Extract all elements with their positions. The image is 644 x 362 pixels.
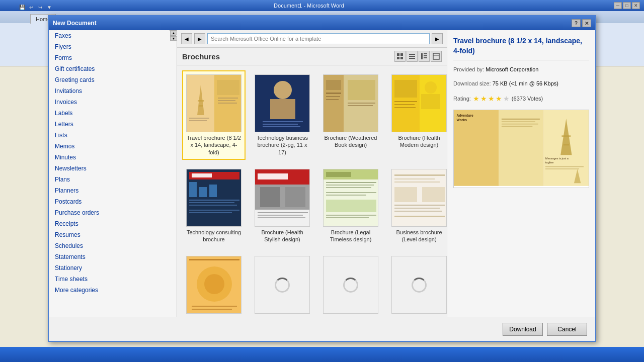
sidebar-item-stationery[interactable]: Stationery xyxy=(49,262,177,274)
close-btn[interactable]: ✕ xyxy=(632,2,640,9)
word-title-bar: 💾 ↩ ↪ ▼ Document1 - Microsoft Word ─ □ ✕ xyxy=(0,0,644,11)
template-item-professional-services[interactable]: Professional services xyxy=(319,252,382,317)
cancel-button[interactable]: Cancel xyxy=(547,323,587,336)
more-quick-btn[interactable]: ▼ xyxy=(45,3,53,11)
download-button[interactable]: Download xyxy=(503,323,543,336)
sidebar-item-memos[interactable]: Memos xyxy=(49,141,177,152)
svg-rect-107 xyxy=(502,126,532,127)
template-item-business-marketing[interactable]: Business marketing xyxy=(387,252,447,317)
minimize-btn[interactable]: ─ xyxy=(614,2,622,9)
sidebar-item-schedules[interactable]: Schedules xyxy=(49,240,177,251)
view-btn-4[interactable] xyxy=(431,51,442,62)
template-label-business-level: Business brochure (Level design) xyxy=(391,229,447,243)
svg-point-43 xyxy=(425,81,437,94)
template-grid-container[interactable]: Travel brochure (8 1/2 x 14, landscape, … xyxy=(177,65,447,317)
sidebar-item-time-sheets[interactable]: Time sheets xyxy=(49,274,177,285)
sidebar-item-faxes[interactable]: Faxes xyxy=(49,30,177,41)
template-item-business-81[interactable]: Business brochure (8 1/2 ... xyxy=(182,252,246,317)
svg-rect-70 xyxy=(326,172,351,177)
template-item-legal[interactable]: Brochure (Legal Timeless design) xyxy=(319,165,382,247)
svg-rect-28 xyxy=(263,121,303,122)
dialog-close-btn[interactable]: ✕ xyxy=(582,19,591,27)
view-btn-2[interactable] xyxy=(407,51,418,62)
sidebar: ▲ ▼ Faxes Flyers Forms Gift certificates… xyxy=(49,30,177,317)
template-item-health-modern[interactable]: Brochure (Health Modern design) xyxy=(387,70,447,160)
template-item-tech-business[interactable]: Technology business brochure (2-pg, 11 x… xyxy=(251,70,314,160)
sidebar-item-statements[interactable]: Statements xyxy=(49,251,177,262)
svg-rect-5 xyxy=(409,56,415,57)
svg-rect-66 xyxy=(258,215,303,216)
sidebar-item-more-categories[interactable]: More categories xyxy=(49,285,177,296)
template-item-weathered[interactable]: Brochure (Weathered Book design) xyxy=(319,70,382,160)
svg-rect-29 xyxy=(263,124,298,125)
sidebar-item-greeting-cards[interactable]: Greeting cards xyxy=(49,74,177,85)
sidebar-scrollbar[interactable]: ▲ ▼ xyxy=(170,30,177,31)
template-label-business-81: Business brochure (8 1/2 ... xyxy=(186,316,242,317)
download-size-label: Download size: xyxy=(453,80,491,86)
star-5: ★ xyxy=(503,93,510,104)
star-1: ★ xyxy=(473,93,479,104)
sidebar-item-flyers[interactable]: Flyers xyxy=(49,41,177,52)
svg-rect-56 xyxy=(189,205,237,206)
search-input[interactable] xyxy=(207,33,430,44)
svg-rect-105 xyxy=(502,121,535,122)
sidebar-item-receipts[interactable]: Receipts xyxy=(49,218,177,229)
forward-btn[interactable]: ▶ xyxy=(194,33,205,44)
scroll-down-btn[interactable]: ▼ xyxy=(170,36,177,41)
svg-rect-42 xyxy=(394,80,417,98)
sidebar-item-minutes[interactable]: Minutes xyxy=(49,152,177,163)
sidebar-item-resumes[interactable]: Resumes xyxy=(49,229,177,240)
svg-rect-110 xyxy=(545,166,584,167)
search-go-btn[interactable]: ▶ xyxy=(432,33,443,44)
loading-spinner-3 xyxy=(412,278,427,293)
template-item-event-marketing[interactable]: Event marketing xyxy=(251,252,314,317)
sidebar-scroll-area[interactable]: Faxes Flyers Forms Gift certificates Gre… xyxy=(49,30,177,317)
template-label-health-stylish: Brochure (Health Stylish design) xyxy=(255,229,310,243)
template-thumb-business-81 xyxy=(186,256,242,314)
sidebar-item-planners[interactable]: Planners xyxy=(49,185,177,196)
sidebar-item-invitations[interactable]: Invitations xyxy=(49,85,177,97)
back-btn[interactable]: ◀ xyxy=(181,33,192,44)
svg-rect-24 xyxy=(218,103,237,104)
template-item-health-stylish[interactable]: Brochure (Health Stylish design) xyxy=(251,165,314,247)
template-thumb-legal xyxy=(323,169,378,227)
svg-rect-1 xyxy=(400,53,403,56)
sidebar-item-lists[interactable]: Lists xyxy=(49,130,177,141)
taskbar xyxy=(0,347,644,362)
svg-rect-50 xyxy=(192,173,212,177)
sidebar-item-plans[interactable]: Plans xyxy=(49,174,177,185)
template-item-tech-consult[interactable]: Technology consulting brochure xyxy=(182,165,246,247)
svg-text:Works: Works xyxy=(457,118,467,122)
sidebar-item-letters[interactable]: Letters xyxy=(49,119,177,130)
maximize-btn[interactable]: □ xyxy=(623,2,631,9)
svg-rect-53 xyxy=(209,185,217,197)
undo-quick-btn[interactable]: ↩ xyxy=(27,3,35,11)
sidebar-item-invoices[interactable]: Invoices xyxy=(49,97,177,108)
rating-meta: Rating: ★ ★ ★ ★ ★ (6373 Votes) xyxy=(453,93,589,104)
save-quick-btn[interactable]: 💾 xyxy=(18,3,26,11)
sidebar-item-purchase-orders[interactable]: Purchase orders xyxy=(49,207,177,218)
sidebar-item-forms[interactable]: Forms xyxy=(49,52,177,63)
template-thumb-business-level xyxy=(391,169,447,227)
dialog-help-btn[interactable]: ? xyxy=(572,19,581,27)
sidebar-item-newsletters[interactable]: Newsletters xyxy=(49,163,177,174)
scroll-up-btn[interactable]: ▲ xyxy=(170,31,177,35)
view-buttons xyxy=(394,51,442,62)
sidebar-item-labels[interactable]: Labels xyxy=(49,108,177,119)
sidebar-item-gift-certificates[interactable]: Gift certificates xyxy=(49,63,177,74)
sidebar-item-postcards[interactable]: Postcards xyxy=(49,196,177,207)
provided-by-label: Provided by: xyxy=(453,66,484,72)
template-item-business-level[interactable]: Business brochure (Level design) xyxy=(387,165,447,247)
svg-rect-44 xyxy=(421,94,440,109)
svg-rect-106 xyxy=(502,124,538,125)
svg-rect-18 xyxy=(199,105,203,107)
svg-rect-88 xyxy=(394,216,445,217)
svg-rect-54 xyxy=(189,200,239,201)
template-item-travel[interactable]: Travel brochure (8 1/2 x 14, landscape, … xyxy=(182,70,246,160)
template-thumb-tech-consult xyxy=(186,169,242,227)
view-btn-1[interactable] xyxy=(394,51,406,62)
redo-quick-btn[interactable]: ↪ xyxy=(36,3,44,11)
template-label-health-modern: Brochure (Health Modern design) xyxy=(391,134,447,149)
view-btn-3[interactable] xyxy=(419,51,430,62)
svg-text:Messages is just a: Messages is just a xyxy=(545,157,569,160)
